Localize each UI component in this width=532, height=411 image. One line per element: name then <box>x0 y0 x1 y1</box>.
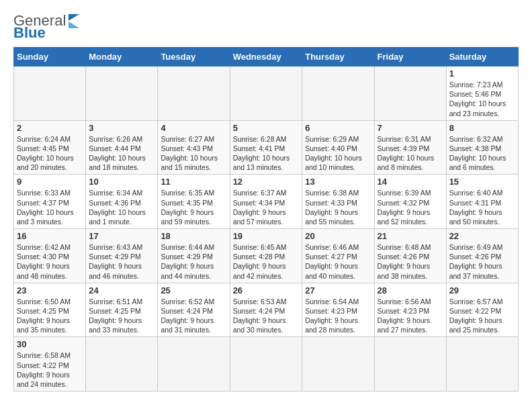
logo-blue: Blue <box>13 26 46 40</box>
day-cell: 8Sunrise: 6:32 AM Sunset: 4:38 PM Daylig… <box>446 120 518 175</box>
day-info: Sunrise: 6:43 AM Sunset: 4:29 PM Dayligh… <box>89 242 154 281</box>
day-info: Sunrise: 6:44 AM Sunset: 4:29 PM Dayligh… <box>161 242 226 281</box>
day-info: Sunrise: 7:23 AM Sunset: 5:46 PM Dayligh… <box>449 80 515 118</box>
day-number: 27 <box>305 285 371 295</box>
day-info: Sunrise: 6:32 AM Sunset: 4:38 PM Dayligh… <box>449 134 515 173</box>
calendar: SundayMondayTuesdayWednesdayThursdayFrid… <box>13 47 519 392</box>
day-number: 13 <box>305 177 371 187</box>
day-cell: 21Sunrise: 6:48 AM Sunset: 4:26 PM Dayli… <box>374 229 446 283</box>
weekday-header-thursday: Thursday <box>302 48 374 66</box>
week-row-0: 1Sunrise: 7:23 AM Sunset: 5:46 PM Daylig… <box>14 66 519 121</box>
day-info: Sunrise: 6:27 AM Sunset: 4:43 PM Dayligh… <box>161 134 226 173</box>
day-number: 7 <box>378 123 443 133</box>
day-cell: 20Sunrise: 6:46 AM Sunset: 4:27 PM Dayli… <box>302 229 374 283</box>
day-info: Sunrise: 6:29 AM Sunset: 4:40 PM Dayligh… <box>305 134 371 173</box>
day-number: 9 <box>17 177 83 187</box>
weekday-header-friday: Friday <box>374 48 446 66</box>
day-cell: 18Sunrise: 6:44 AM Sunset: 4:29 PM Dayli… <box>158 229 230 283</box>
day-cell: 11Sunrise: 6:35 AM Sunset: 4:35 PM Dayli… <box>158 175 230 229</box>
day-cell <box>302 337 374 392</box>
day-number: 30 <box>17 339 83 349</box>
weekday-header-monday: Monday <box>86 48 158 66</box>
day-number: 29 <box>449 285 515 295</box>
day-cell: 19Sunrise: 6:45 AM Sunset: 4:28 PM Dayli… <box>230 229 302 283</box>
day-cell: 7Sunrise: 6:31 AM Sunset: 4:39 PM Daylig… <box>374 120 446 175</box>
weekday-header-row: SundayMondayTuesdayWednesdayThursdayFrid… <box>14 48 519 66</box>
day-cell: 2Sunrise: 6:24 AM Sunset: 4:45 PM Daylig… <box>14 120 86 175</box>
day-cell <box>302 66 374 121</box>
header: General Blue <box>13 11 519 40</box>
day-cell: 16Sunrise: 6:42 AM Sunset: 4:30 PM Dayli… <box>14 229 86 283</box>
day-number: 14 <box>378 177 443 187</box>
day-cell <box>86 66 158 121</box>
weekday-header-sunday: Sunday <box>14 48 86 66</box>
day-info: Sunrise: 6:26 AM Sunset: 4:44 PM Dayligh… <box>89 134 154 173</box>
day-cell: 9Sunrise: 6:33 AM Sunset: 4:37 PM Daylig… <box>14 175 86 229</box>
day-info: Sunrise: 6:38 AM Sunset: 4:33 PM Dayligh… <box>305 188 371 226</box>
day-info: Sunrise: 6:31 AM Sunset: 4:39 PM Dayligh… <box>378 134 443 173</box>
week-row-2: 9Sunrise: 6:33 AM Sunset: 4:37 PM Daylig… <box>14 175 519 229</box>
day-number: 26 <box>233 285 300 295</box>
day-number: 2 <box>17 123 83 133</box>
day-number: 8 <box>449 123 515 133</box>
day-cell: 5Sunrise: 6:28 AM Sunset: 4:41 PM Daylig… <box>230 120 302 175</box>
weekday-header-saturday: Saturday <box>446 48 518 66</box>
week-row-3: 16Sunrise: 6:42 AM Sunset: 4:30 PM Dayli… <box>14 229 519 283</box>
day-info: Sunrise: 6:51 AM Sunset: 4:25 PM Dayligh… <box>89 297 154 335</box>
day-cell: 13Sunrise: 6:38 AM Sunset: 4:33 PM Dayli… <box>302 175 374 229</box>
day-cell: 29Sunrise: 6:57 AM Sunset: 4:22 PM Dayli… <box>446 283 518 337</box>
day-cell <box>446 337 518 392</box>
day-cell: 17Sunrise: 6:43 AM Sunset: 4:29 PM Dayli… <box>86 229 158 283</box>
week-row-5: 30Sunrise: 6:58 AM Sunset: 4:22 PM Dayli… <box>14 337 519 392</box>
day-info: Sunrise: 6:48 AM Sunset: 4:26 PM Dayligh… <box>378 242 443 281</box>
day-cell <box>14 66 86 121</box>
day-cell <box>230 66 302 121</box>
day-info: Sunrise: 6:24 AM Sunset: 4:45 PM Dayligh… <box>17 134 83 173</box>
day-cell: 26Sunrise: 6:53 AM Sunset: 4:24 PM Dayli… <box>230 283 302 337</box>
logo: General Blue <box>13 13 79 40</box>
day-number: 4 <box>161 123 226 133</box>
day-number: 17 <box>89 231 154 241</box>
day-cell: 12Sunrise: 6:37 AM Sunset: 4:34 PM Dayli… <box>230 175 302 229</box>
day-number: 20 <box>305 231 371 241</box>
day-cell: 15Sunrise: 6:40 AM Sunset: 4:31 PM Dayli… <box>446 175 518 229</box>
day-cell: 14Sunrise: 6:39 AM Sunset: 4:32 PM Dayli… <box>374 175 446 229</box>
day-info: Sunrise: 6:50 AM Sunset: 4:25 PM Dayligh… <box>17 297 83 335</box>
day-number: 16 <box>17 231 83 241</box>
day-info: Sunrise: 6:45 AM Sunset: 4:28 PM Dayligh… <box>233 242 300 281</box>
day-info: Sunrise: 6:35 AM Sunset: 4:35 PM Dayligh… <box>161 188 226 226</box>
day-cell: 30Sunrise: 6:58 AM Sunset: 4:22 PM Dayli… <box>14 337 86 392</box>
day-cell: 27Sunrise: 6:54 AM Sunset: 4:23 PM Dayli… <box>302 283 374 337</box>
day-cell: 10Sunrise: 6:34 AM Sunset: 4:36 PM Dayli… <box>86 175 158 229</box>
day-info: Sunrise: 6:33 AM Sunset: 4:37 PM Dayligh… <box>17 188 83 226</box>
day-cell: 24Sunrise: 6:51 AM Sunset: 4:25 PM Dayli… <box>86 283 158 337</box>
day-number: 25 <box>161 285 226 295</box>
day-number: 19 <box>233 231 300 241</box>
day-number: 21 <box>378 231 443 241</box>
day-cell: 4Sunrise: 6:27 AM Sunset: 4:43 PM Daylig… <box>158 120 230 175</box>
day-info: Sunrise: 6:49 AM Sunset: 4:26 PM Dayligh… <box>449 242 515 281</box>
day-info: Sunrise: 6:42 AM Sunset: 4:30 PM Dayligh… <box>17 242 83 281</box>
day-cell <box>374 337 446 392</box>
day-number: 15 <box>449 177 515 187</box>
day-info: Sunrise: 6:37 AM Sunset: 4:34 PM Dayligh… <box>233 188 300 226</box>
day-cell <box>158 337 230 392</box>
day-cell <box>86 337 158 392</box>
weekday-header-wednesday: Wednesday <box>230 48 302 66</box>
day-number: 22 <box>449 231 515 241</box>
week-row-4: 23Sunrise: 6:50 AM Sunset: 4:25 PM Dayli… <box>14 283 519 337</box>
day-cell: 25Sunrise: 6:52 AM Sunset: 4:24 PM Dayli… <box>158 283 230 337</box>
day-info: Sunrise: 6:46 AM Sunset: 4:27 PM Dayligh… <box>305 242 371 281</box>
day-cell <box>374 66 446 121</box>
day-cell <box>230 337 302 392</box>
day-info: Sunrise: 6:57 AM Sunset: 4:22 PM Dayligh… <box>449 297 515 335</box>
day-number: 6 <box>305 123 371 133</box>
day-cell: 28Sunrise: 6:56 AM Sunset: 4:23 PM Dayli… <box>374 283 446 337</box>
day-cell: 3Sunrise: 6:26 AM Sunset: 4:44 PM Daylig… <box>86 120 158 175</box>
day-info: Sunrise: 6:28 AM Sunset: 4:41 PM Dayligh… <box>233 134 300 173</box>
day-number: 10 <box>89 177 154 187</box>
day-info: Sunrise: 6:58 AM Sunset: 4:22 PM Dayligh… <box>17 351 83 389</box>
day-number: 28 <box>378 285 443 295</box>
day-cell: 6Sunrise: 6:29 AM Sunset: 4:40 PM Daylig… <box>302 120 374 175</box>
day-info: Sunrise: 6:54 AM Sunset: 4:23 PM Dayligh… <box>305 297 371 335</box>
